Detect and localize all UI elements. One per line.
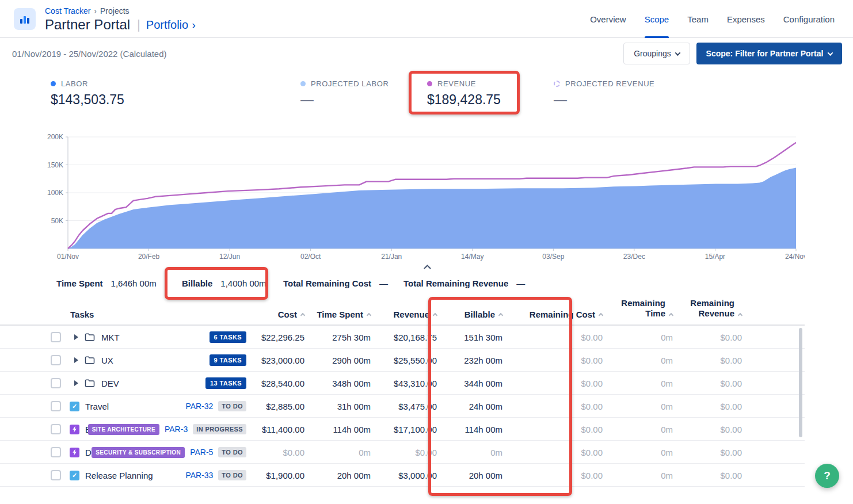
cell-remaining-revenue: $0.00 — [661, 418, 742, 441]
svg-text:02/Oct: 02/Oct — [300, 253, 321, 261]
title-separator: | — [137, 17, 140, 32]
col-header-remaining-cost[interactable]: Remaining Cost — [522, 298, 603, 324]
groupings-button[interactable]: Groupings — [623, 43, 690, 64]
row-title-area: ✓Travel — [70, 395, 109, 418]
issue-key-link[interactable]: PAR-32 — [185, 402, 213, 411]
task-name[interactable]: DEV — [101, 379, 119, 388]
expand-arrow-icon[interactable] — [74, 380, 78, 386]
breadcrumb-projects: Projects — [100, 6, 130, 16]
total-total-remaining-revenue: Total Remaining Revenue— — [403, 278, 525, 288]
svg-text:50K: 50K — [51, 217, 63, 225]
cost-tracker-app-icon[interactable] — [14, 8, 36, 30]
chevron-down-icon — [675, 50, 680, 56]
table-row: ✓TravelPAR-32TO DO$2,885.0031h 00m$3,475… — [0, 395, 805, 418]
epic-label-badge: SITE ARCHITECTURE — [88, 424, 159, 435]
row-checkbox[interactable] — [51, 332, 61, 342]
table-header: Tasks Cost Time Spent Revenue Billable R… — [0, 299, 805, 326]
issue-key-link[interactable]: PAR-33 — [185, 471, 213, 480]
row-checkbox[interactable] — [51, 401, 61, 411]
svg-text:15/Apr: 15/Apr — [705, 253, 725, 261]
page-header: Cost Tracker›Projects Partner Portal | P… — [0, 0, 853, 38]
task-type-icon: ✓ — [70, 471, 79, 480]
col-header-remaining-time[interactable]: Remaining Time — [592, 298, 673, 324]
stat-label: REVENUE — [437, 79, 476, 88]
portfolio-link[interactable]: Portfolio› — [146, 18, 196, 32]
tab-expenses[interactable]: Expenses — [727, 0, 765, 38]
svg-text:14/May: 14/May — [461, 253, 483, 261]
total-total-remaining-cost: Total Remaining Cost— — [283, 278, 388, 288]
stat-value: — — [554, 92, 654, 108]
tab-scope[interactable]: Scope — [645, 0, 669, 38]
col-header-remaining-revenue[interactable]: Remaining Revenue — [661, 298, 742, 324]
date-range-label: 01/Nov/2019 - 25/Nov/2022 (Calculated) — [12, 49, 167, 59]
svg-text:100K: 100K — [47, 189, 63, 197]
stat-value: $189,428.75 — [427, 92, 501, 108]
row-checkbox[interactable] — [51, 447, 61, 457]
cell-remaining-revenue: $0.00 — [661, 441, 742, 464]
issue-key-link[interactable]: PAR-5 — [190, 448, 213, 457]
help-button[interactable]: ? — [815, 464, 839, 488]
row-checkbox[interactable] — [51, 355, 61, 365]
col-header-billable[interactable]: Billable — [422, 298, 502, 324]
row-title-area: ✓Release Planning — [70, 464, 153, 487]
task-name[interactable]: Travel — [85, 402, 109, 411]
chevron-down-icon — [828, 50, 833, 56]
row-checkbox[interactable] — [51, 424, 61, 434]
chevron-up-icon — [424, 265, 431, 272]
task-name[interactable]: MKT — [101, 333, 120, 342]
issue-key-link[interactable]: PAR-3 — [165, 425, 188, 434]
cell-remaining-time: 0m — [592, 326, 673, 349]
expand-arrow-icon[interactable] — [74, 357, 78, 363]
legend-dot-icon — [300, 81, 306, 86]
cost-tracker-scope-page: Cost Tracker›Projects Partner Portal | P… — [0, 0, 853, 504]
table-row: DEV13 TASKS$28,540.00348h 00m$43,310.003… — [0, 372, 805, 395]
task-name[interactable]: Release Planning — [85, 471, 153, 480]
tabs: OverviewScopeTeamExpensesConfiguration — [590, 0, 835, 38]
breadcrumb: Cost Tracker›Projects — [45, 6, 130, 16]
row-title-area: UX — [74, 349, 113, 372]
expand-arrow-icon[interactable] — [74, 334, 78, 340]
row-checkbox[interactable] — [51, 470, 61, 480]
cell-billable: 20h 00m — [422, 464, 502, 487]
cell-remaining-time: 0m — [592, 395, 673, 418]
cell-remaining-cost: $0.00 — [522, 349, 603, 372]
legend-dot-icon — [51, 81, 56, 86]
stat-value: — — [300, 92, 389, 108]
svg-text:03/Sep: 03/Sep — [542, 253, 564, 261]
epic-type-icon — [70, 448, 79, 457]
cell-remaining-time: 0m — [592, 372, 673, 395]
sort-caret-icon — [738, 313, 742, 318]
folder-icon — [84, 331, 96, 343]
row-checkbox[interactable] — [51, 378, 61, 388]
tab-configuration[interactable]: Configuration — [783, 0, 835, 38]
collapse-chart-button[interactable] — [421, 262, 433, 270]
vertical-scrollbar[interactable] — [799, 328, 802, 437]
task-name[interactable]: UX — [101, 356, 113, 365]
total-billable: Billable1,400h 00m — [182, 278, 266, 288]
cell-remaining-cost: $0.00 — [522, 372, 603, 395]
tab-team[interactable]: Team — [687, 0, 709, 38]
cell-remaining-cost: $0.00 — [522, 418, 603, 441]
breadcrumb-cost-tracker-link[interactable]: Cost Tracker — [45, 6, 90, 16]
cost-chart: 50K100K150K200K01/Nov20/Feb12/Jun02/Oct2… — [33, 131, 805, 265]
row-meta: SECURITY & SUBSCRIPTIONPAR-5TO DO — [92, 441, 246, 464]
svg-text:23/Dec: 23/Dec — [623, 253, 645, 261]
cell-remaining-time: 0m — [592, 441, 673, 464]
row-title-area: MKT — [74, 326, 120, 349]
total-time-spent: Time Spent1,646h 00m — [56, 278, 157, 288]
epic-type-icon — [70, 425, 79, 434]
folder-icon — [84, 377, 96, 389]
scope-filter-button[interactable]: Scope: Filter for Partner Portal — [696, 43, 842, 64]
cell-remaining-revenue: $0.00 — [661, 326, 742, 349]
stat-label: PROJECTED LABOR — [311, 79, 389, 88]
table-row: Back-end and f...SITE ARCHITECTUREPAR-3I… — [0, 418, 805, 441]
tab-overview[interactable]: Overview — [590, 0, 626, 38]
cell-remaining-cost: $0.00 — [522, 441, 603, 464]
svg-text:150K: 150K — [47, 161, 63, 169]
cell-billable: 24h 00m — [422, 395, 502, 418]
epic-label-badge: SECURITY & SUBSCRIPTION — [92, 447, 185, 458]
svg-text:12/Jun: 12/Jun — [219, 253, 240, 261]
cell-remaining-time: 0m — [592, 349, 673, 372]
sort-caret-icon — [498, 313, 503, 318]
task-type-icon: ✓ — [70, 402, 79, 411]
